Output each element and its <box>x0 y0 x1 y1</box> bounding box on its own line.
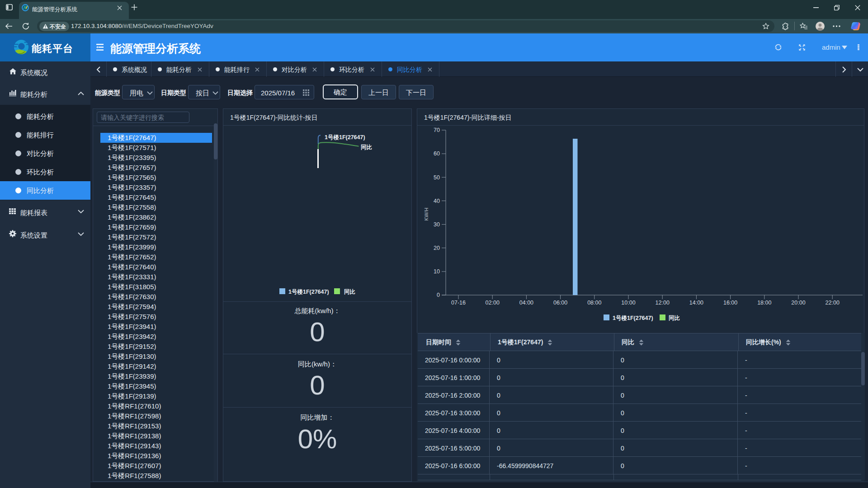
svg-text:10:00: 10:00 <box>621 300 635 306</box>
svg-text:40: 40 <box>434 198 440 204</box>
svg-text:20:00: 20:00 <box>791 300 805 306</box>
svg-text:50: 50 <box>434 174 440 181</box>
svg-text:20: 20 <box>434 245 440 251</box>
svg-text:10: 10 <box>434 268 440 275</box>
svg-text:16:00: 16:00 <box>723 300 737 306</box>
svg-text:KW/H: KW/H <box>424 208 429 221</box>
svg-text:02:00: 02:00 <box>486 300 500 306</box>
svg-text:06:00: 06:00 <box>553 300 567 306</box>
svg-text:0: 0 <box>437 292 440 298</box>
svg-text:22:00: 22:00 <box>826 300 840 306</box>
svg-text:1号楼1F(27647): 1号楼1F(27647) <box>325 134 365 141</box>
svg-text:14:00: 14:00 <box>689 300 703 306</box>
svg-text:07-16: 07-16 <box>451 300 466 306</box>
svg-text:12:00: 12:00 <box>656 300 670 306</box>
svg-text:60: 60 <box>434 150 440 157</box>
svg-text:08:00: 08:00 <box>587 300 601 306</box>
svg-text:30: 30 <box>434 221 440 228</box>
svg-text:70: 70 <box>434 127 440 133</box>
svg-text:18:00: 18:00 <box>757 300 771 306</box>
svg-text:04:00: 04:00 <box>519 300 533 306</box>
svg-text:同比: 同比 <box>361 144 372 150</box>
